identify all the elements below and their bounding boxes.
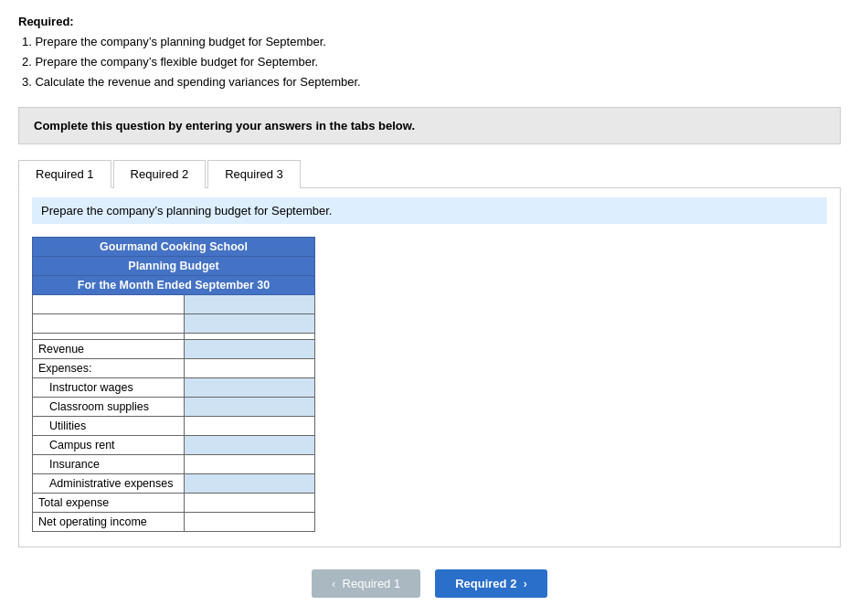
row-input[interactable] (185, 314, 315, 334)
row-input[interactable] (185, 295, 315, 314)
expenses-header-label: Expenses: (33, 359, 185, 378)
table-row-campus-rent: Campus rent (33, 436, 315, 455)
budget-table: Gourmand Cooking School Planning Budget … (32, 237, 315, 532)
row-label-input[interactable] (38, 298, 178, 311)
expenses-header-value (185, 359, 315, 378)
admin-expenses-value[interactable] (190, 477, 309, 490)
required-list: 1. Prepare the company’s planning budget… (22, 32, 841, 92)
total-expense-label: Total expense (33, 494, 185, 513)
revenue-input[interactable] (185, 340, 315, 359)
net-income-label: Net operating income (33, 513, 185, 532)
prev-button[interactable]: ‹ Required 1 (312, 569, 420, 598)
table-title3: For the Month Ended September 30 (33, 276, 315, 295)
table-title2: Planning Budget (33, 257, 315, 276)
required-item-2: 2. Prepare the company’s flexible budget… (22, 52, 841, 72)
prev-chevron-icon: ‹ (332, 578, 335, 590)
campus-rent-label: Campus rent (33, 436, 185, 455)
classroom-supplies-input[interactable] (185, 398, 315, 417)
table-row (33, 314, 315, 334)
total-expense-input[interactable] (185, 494, 315, 513)
insurance-value[interactable] (190, 458, 309, 471)
admin-expenses-label: Administrative expenses (33, 474, 185, 494)
table-row (33, 295, 315, 314)
table-row-net-income: Net operating income (33, 513, 315, 532)
tabs-row: Required 1 Required 2 Required 3 (18, 159, 841, 188)
tab-description: Prepare the company’s planning budget fo… (32, 197, 827, 224)
campus-rent-value[interactable] (190, 439, 309, 451)
table-row-total-expense: Total expense (33, 494, 315, 513)
table-row-utilities: Utilities (33, 417, 315, 436)
next-chevron-icon: › (524, 578, 527, 590)
table-row-classroom-supplies: Classroom supplies (33, 398, 315, 417)
row-value-input[interactable] (190, 298, 309, 311)
table-row-revenue: Revenue (33, 340, 315, 359)
tab-required-1[interactable]: Required 1 (18, 160, 111, 188)
admin-expenses-input[interactable] (185, 474, 315, 494)
revenue-value[interactable] (190, 343, 309, 356)
row-label (33, 295, 185, 314)
table-row-insurance: Insurance (33, 455, 315, 474)
total-expense-value[interactable] (190, 496, 309, 509)
tab-required-3[interactable]: Required 3 (207, 160, 301, 188)
utilities-value[interactable] (190, 420, 309, 432)
required-item-3: 3. Calculate the revenue and spending va… (22, 72, 841, 92)
required-item-1: 1. Prepare the company’s planning budget… (22, 32, 841, 52)
net-income-input[interactable] (185, 513, 315, 532)
tab-content: Prepare the company’s planning budget fo… (18, 188, 841, 547)
required-header: Required: (18, 15, 841, 28)
row-label (33, 334, 185, 340)
classroom-supplies-value[interactable] (190, 400, 309, 413)
classroom-supplies-label: Classroom supplies (33, 398, 185, 417)
row-input (185, 334, 315, 340)
insurance-label: Insurance (33, 455, 185, 474)
table-row-expenses-header: Expenses: (33, 359, 315, 378)
table-row-admin-expenses: Administrative expenses (33, 474, 315, 494)
nav-buttons: ‹ Required 1 Required 2 › (18, 569, 841, 598)
next-label: Required 2 (455, 577, 516, 590)
campus-rent-input[interactable] (185, 436, 315, 455)
row-label (33, 314, 185, 334)
table-row (33, 334, 315, 340)
insurance-input[interactable] (185, 455, 315, 474)
table-title1: Gourmand Cooking School (33, 238, 315, 257)
tab-required-2[interactable]: Required 2 (113, 160, 207, 188)
row-label-input[interactable] (38, 317, 178, 330)
instruction-box: Complete this question by entering your … (18, 107, 841, 144)
row-value-input[interactable] (190, 317, 309, 330)
prev-label: Required 1 (343, 577, 401, 590)
instructor-wages-label: Instructor wages (33, 378, 185, 398)
utilities-input[interactable] (185, 417, 315, 436)
revenue-label: Revenue (33, 340, 185, 359)
instructor-wages-value[interactable] (190, 381, 309, 394)
next-button[interactable]: Required 2 › (435, 569, 546, 598)
table-row-instructor-wages: Instructor wages (33, 378, 315, 398)
utilities-label: Utilities (33, 417, 185, 436)
net-income-value[interactable] (190, 515, 309, 528)
instructor-wages-input[interactable] (185, 378, 315, 398)
